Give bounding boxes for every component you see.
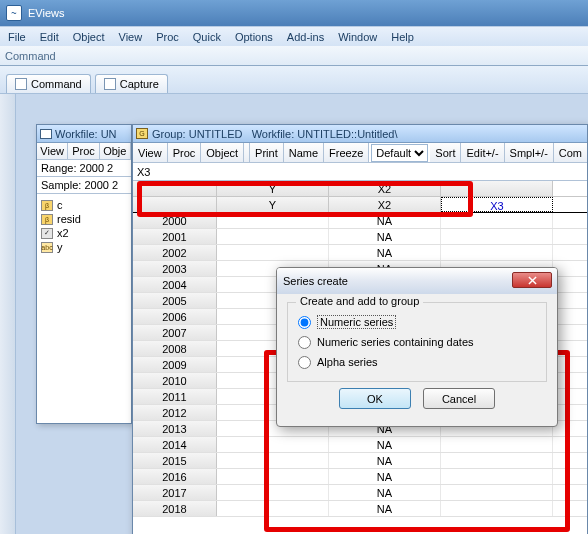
cell[interactable] xyxy=(217,245,329,260)
row-header[interactable]: 2003 xyxy=(133,261,217,276)
row-header[interactable]: 2000 xyxy=(133,213,217,228)
cell[interactable]: NA xyxy=(329,213,441,228)
cell[interactable]: NA xyxy=(329,469,441,484)
radio-input[interactable] xyxy=(298,336,311,349)
group-btn-freeze[interactable]: Freeze xyxy=(324,143,369,162)
row-header[interactable]: 2009 xyxy=(133,357,217,372)
cell[interactable] xyxy=(441,485,553,500)
group-btn-name[interactable]: Name xyxy=(284,143,324,162)
menu-edit[interactable]: Edit xyxy=(40,31,59,43)
cell[interactable] xyxy=(217,501,329,516)
col-header[interactable]: X2 xyxy=(329,197,441,212)
col-header[interactable] xyxy=(441,181,553,196)
workfile-btn-proc[interactable]: Proc xyxy=(68,143,99,159)
workarea-left-scrollbar[interactable] xyxy=(0,94,16,534)
group-btn-view[interactable]: View xyxy=(133,143,168,162)
cell[interactable]: NA xyxy=(329,485,441,500)
row-header[interactable]: 2012 xyxy=(133,405,217,420)
group-btn-smpl[interactable]: Smpl+/- xyxy=(505,143,554,162)
group-mode-select[interactable]: Default xyxy=(369,143,430,162)
row-header[interactable]: 2001 xyxy=(133,229,217,244)
tab-command-label: Command xyxy=(31,78,82,90)
group-titlebar[interactable]: G Group: UNTITLED Workfile: UNTITLED::Un… xyxy=(133,125,587,143)
col-header-editing[interactable]: X3 xyxy=(441,197,553,212)
menu-quick[interactable]: Quick xyxy=(193,31,221,43)
group-btn-object[interactable]: Object xyxy=(201,143,244,162)
ok-button[interactable]: OK xyxy=(339,388,411,409)
cell[interactable]: NA xyxy=(329,453,441,468)
cancel-button[interactable]: Cancel xyxy=(423,388,495,409)
list-item[interactable]: abc y xyxy=(41,240,127,254)
workfile-window[interactable]: Workfile: UN View Proc Obje Range: 2000 … xyxy=(36,124,132,424)
row-header[interactable]: 2002 xyxy=(133,245,217,260)
tab-command[interactable]: Command xyxy=(6,74,91,93)
cell[interactable] xyxy=(217,229,329,244)
row-header[interactable]: 2016 xyxy=(133,469,217,484)
row-header[interactable]: 2018 xyxy=(133,501,217,516)
radio-numeric-dates[interactable]: Numeric series containing dates xyxy=(298,333,536,351)
row-header[interactable]: 2015 xyxy=(133,453,217,468)
dialog-titlebar[interactable]: Series create xyxy=(277,268,557,294)
menu-proc[interactable]: Proc xyxy=(156,31,179,43)
cell[interactable] xyxy=(441,213,553,228)
cell[interactable] xyxy=(441,245,553,260)
radio-alpha-series[interactable]: Alpha series xyxy=(298,353,536,371)
workfile-btn-view[interactable]: View xyxy=(37,143,68,159)
list-item[interactable]: β c xyxy=(41,198,127,212)
group-btn-edit[interactable]: Edit+/- xyxy=(461,143,504,162)
series-create-dialog[interactable]: Series create Create and add to group Nu… xyxy=(276,267,558,427)
row-header[interactable]: 2014 xyxy=(133,437,217,452)
cell[interactable] xyxy=(441,501,553,516)
cell[interactable] xyxy=(441,229,553,244)
cell[interactable]: NA xyxy=(329,501,441,516)
cell[interactable] xyxy=(217,485,329,500)
group-btn-comment[interactable]: Com xyxy=(554,143,587,162)
row-header[interactable]: 2004 xyxy=(133,277,217,292)
dialog-close-button[interactable] xyxy=(512,272,552,288)
cell[interactable] xyxy=(441,437,553,452)
menu-addins[interactable]: Add-ins xyxy=(287,31,324,43)
col-header[interactable]: X2 xyxy=(329,181,441,196)
radio-input[interactable] xyxy=(298,316,311,329)
row-header[interactable]: 2006 xyxy=(133,309,217,324)
cell[interactable] xyxy=(217,437,329,452)
row-header[interactable]: 2017 xyxy=(133,485,217,500)
close-icon xyxy=(528,276,537,285)
list-item[interactable]: ✓ x2 xyxy=(41,226,127,240)
cell[interactable]: NA xyxy=(329,437,441,452)
cell[interactable] xyxy=(217,469,329,484)
cell[interactable]: NA xyxy=(329,229,441,244)
menu-help[interactable]: Help xyxy=(391,31,414,43)
list-item[interactable]: β resid xyxy=(41,212,127,226)
cell[interactable] xyxy=(217,453,329,468)
row-header[interactable]: 2013 xyxy=(133,421,217,436)
col-header[interactable]: Y xyxy=(217,181,329,196)
menu-view[interactable]: View xyxy=(119,31,143,43)
workfile-titlebar[interactable]: Workfile: UN xyxy=(37,125,131,143)
group-btn-proc[interactable]: Proc xyxy=(168,143,202,162)
cell[interactable] xyxy=(441,453,553,468)
cell[interactable]: NA xyxy=(329,245,441,260)
col-header[interactable]: Y xyxy=(217,197,329,212)
radio-numeric-series[interactable]: Numeric series xyxy=(298,313,536,331)
workfile-btn-object[interactable]: Obje xyxy=(100,143,131,159)
menu-file[interactable]: File xyxy=(8,31,26,43)
row-header[interactable]: 2010 xyxy=(133,373,217,388)
row-header[interactable]: 2005 xyxy=(133,293,217,308)
menu-options[interactable]: Options xyxy=(235,31,273,43)
group-btn-print[interactable]: Print xyxy=(250,143,284,162)
formula-bar[interactable]: X3 xyxy=(133,163,587,181)
group-legend: Create and add to group xyxy=(296,295,423,307)
tab-capture[interactable]: Capture xyxy=(95,74,168,93)
menu-object[interactable]: Object xyxy=(73,31,105,43)
group-btn-sort[interactable]: Sort xyxy=(430,143,461,162)
row-header[interactable]: 2011 xyxy=(133,389,217,404)
cell[interactable] xyxy=(441,469,553,484)
row-header[interactable]: 2007 xyxy=(133,325,217,340)
capture-tab-icon xyxy=(104,78,116,90)
group-mode-dropdown[interactable]: Default xyxy=(371,144,428,162)
radio-input[interactable] xyxy=(298,356,311,369)
cell[interactable] xyxy=(217,213,329,228)
menu-window[interactable]: Window xyxy=(338,31,377,43)
row-header[interactable]: 2008 xyxy=(133,341,217,356)
